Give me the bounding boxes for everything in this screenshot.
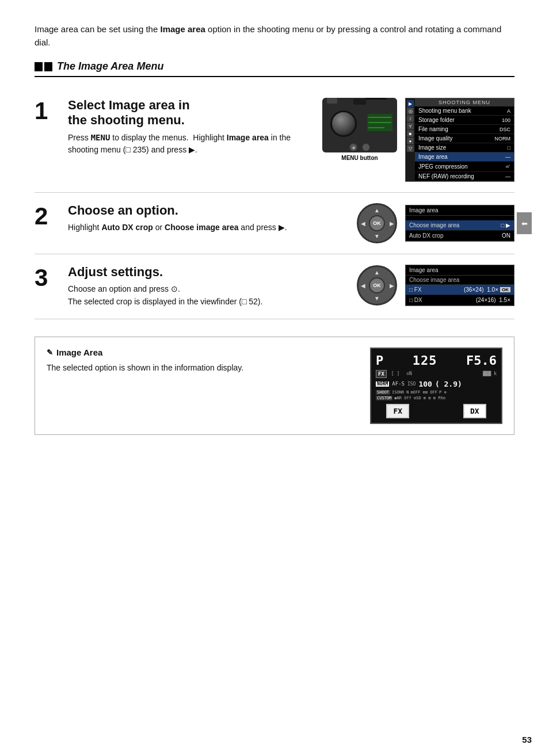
info-dots: ⊙N xyxy=(406,371,412,376)
step-3-body: Choose an option and press ⊙. The select… xyxy=(68,283,325,308)
info-top-row: P 125 F5.6 xyxy=(376,353,497,368)
menu-screen-title: SHOOTING MENU xyxy=(415,98,514,106)
arrow-up-3: ▲ xyxy=(374,269,380,276)
step-2-images: ▲ ▼ ◀ ▶ OK Image area Choose image area … xyxy=(336,203,514,243)
ok-inner-button: OK xyxy=(369,215,385,231)
info-iso-value: 100 xyxy=(418,380,432,388)
menu-icon-5: ● xyxy=(407,138,414,144)
imgarea-spacer xyxy=(406,216,514,220)
camera-image-col: ⊙ MENU button xyxy=(322,98,397,161)
info-battery: ▓▓▓ k xyxy=(483,371,497,376)
arrow-down-3: ▼ xyxy=(374,295,380,301)
step-3: 3 Adjust settings. Choose an option and … xyxy=(35,254,514,319)
imgarea-screen-step3: Image area Choose image area □ FX (36×24… xyxy=(405,265,514,306)
arrow-up: ▲ xyxy=(374,207,380,213)
menu-icon-3: Y xyxy=(407,123,414,129)
imgarea-choose-row: Choose image area □ ▶ xyxy=(406,220,514,231)
info-row4: SHOOT ISONR N ⊞OFF ⊞⊞ OFF P ⊗ CUSTOM ◉NR… xyxy=(376,390,497,400)
step-2-title: Choose an option. xyxy=(68,203,325,218)
info-iso-nb: ISONR N xyxy=(392,390,409,395)
step-1-body: Press MENU to display the menus. Highlig… xyxy=(68,132,311,156)
info-exposure-bracket: ( 2.9) xyxy=(435,380,462,388)
note-box: ✎ Image Area The selected option is show… xyxy=(35,337,514,435)
imgarea-auto-row: Auto DX crop ON xyxy=(406,231,514,241)
step-1-title: Select Image area inthe shooting menu. xyxy=(68,98,311,128)
section-heading: The Image Area Menu xyxy=(35,60,514,77)
info-shutter: 125 xyxy=(413,353,437,368)
info-p-codes: P ⊗ xyxy=(439,390,447,395)
intro-text: Image area can be set using the Image ar… xyxy=(35,23,514,49)
info-iso-label: ISO xyxy=(407,381,415,387)
shooting-menu-screen: ▶ ◎ / Y ■ ● ▽ SHOOTING MENU Shooting men… xyxy=(405,98,514,182)
info-shoot-badge: SHOOT xyxy=(376,390,390,395)
info-bottom-row: FX DX xyxy=(376,404,497,418)
info-af-label: AF-S xyxy=(392,381,405,387)
info-bracketing: ⊞OFF ⊞⊞ OFF xyxy=(411,390,437,395)
step-3-number: 3 xyxy=(35,266,56,290)
step-1: 1 Select Image area inthe shooting menu.… xyxy=(35,87,514,193)
step-3-title: Adjust settings. xyxy=(68,265,325,280)
note-body: The selected option is shown in the info… xyxy=(47,362,359,375)
page-number: 53 xyxy=(522,735,532,744)
menu-icon-4: ■ xyxy=(407,130,414,137)
step-1-number: 1 xyxy=(35,99,56,123)
right-tab-step2: ⬅ xyxy=(517,212,532,234)
menu-button-caption: MENU button xyxy=(341,155,378,161)
info-fx-badge-small: FX xyxy=(376,370,387,378)
info-row3: NORM AF-S ISO 100 ( 2.9) xyxy=(376,380,497,388)
menu-row-0: Shooting menu bank A xyxy=(415,106,514,116)
menu-row-6: JPEG compression ㎥ xyxy=(415,162,514,172)
ok-button-step3: ▲ ▼ ◀ ▶ OK xyxy=(357,265,397,306)
menu-row-4: Image size □ xyxy=(415,143,514,152)
arrow-right-3: ▶ xyxy=(390,282,394,289)
menu-rows: SHOOTING MENU Shooting menu bank A Stora… xyxy=(415,98,514,181)
arrow-right: ▶ xyxy=(390,220,394,227)
menu-icon-active: ▶ xyxy=(407,100,414,107)
info-mode-p: P xyxy=(376,353,383,368)
arrow-left: ◀ xyxy=(361,220,365,227)
step-2-content: Choose an option. Highlight Auto DX crop… xyxy=(68,203,325,234)
step-2: 2 Choose an option. Highlight Auto DX cr… xyxy=(35,193,514,254)
menu-icon-6: ▽ xyxy=(407,145,414,152)
note-icon: ✎ xyxy=(47,348,53,357)
imgarea-dx-row: □ DX (24×16) 1.5× xyxy=(406,295,514,306)
ok-circle-step3: ▲ ▼ ◀ ▶ OK xyxy=(357,265,397,306)
info-dx-badge-large: DX xyxy=(463,404,486,418)
info-display: P 125 F5.6 FX [ ] ⊙N ▓▓▓ k NORM AF-S ISO… xyxy=(370,348,502,424)
arrow-down: ▼ xyxy=(374,233,380,239)
menu-row-7: NEF (RAW) recording — xyxy=(415,172,514,181)
step-1-images: ⊙ MENU button ▶ ◎ / Y ■ ● ▽ xyxy=(322,98,514,182)
info-row2: FX [ ] ⊙N ▓▓▓ k xyxy=(376,370,497,378)
step-2-number: 2 xyxy=(35,204,56,228)
arrow-left-3: ◀ xyxy=(361,282,365,289)
step-1-content: Select Image area inthe shooting menu. P… xyxy=(68,98,311,156)
info-row4b: CUSTOM ◉NR Off ⊟SD ⊞ ⊞ ⊞ PX⊟ xyxy=(376,396,497,400)
menu-row-3: Image quality NORM xyxy=(415,134,514,143)
info-custom-badge: CUSTOM xyxy=(376,396,392,400)
imgarea-title-step3: Image area xyxy=(406,265,514,276)
info-row4a: SHOOT ISONR N ⊞OFF ⊞⊞ OFF P ⊗ xyxy=(376,390,497,395)
menu-row-1: Storage folder 100 xyxy=(415,116,514,125)
note-left: ✎ Image Area The selected option is show… xyxy=(47,348,359,375)
heading-icon xyxy=(35,62,52,71)
ok-circle: ▲ ▼ ◀ ▶ OK xyxy=(357,203,397,243)
info-aperture: F5.6 xyxy=(466,353,497,368)
ok-button-step2: ▲ ▼ ◀ ▶ OK xyxy=(357,203,397,243)
step-2-body: Highlight Auto DX crop or Choose image a… xyxy=(68,222,325,234)
imgarea-title-step2: Image area xyxy=(406,205,514,216)
info-bracket: [ ] xyxy=(391,371,399,376)
menu-sidebar-icons: ▶ ◎ / Y ■ ● ▽ xyxy=(406,98,415,181)
ok-inner-step3: OK xyxy=(369,277,385,293)
menu-row-5-highlighted: Image area — xyxy=(415,152,514,162)
section-title: The Image Area Menu xyxy=(57,60,163,72)
info-norm-badge: NORM xyxy=(376,381,389,387)
imgarea-screen-step2: Image area Choose image area □ ▶ Auto DX… xyxy=(405,205,514,242)
menu-icon-1: ◎ xyxy=(407,108,414,114)
imgarea-subtitle-step3: Choose image area xyxy=(406,276,514,285)
info-fx-badge-large: FX xyxy=(386,404,409,418)
info-nr-off: ◉NR Off ⊟SD ⊞ ⊞ ⊞ PX⊟ xyxy=(394,396,445,400)
menu-row-2: File naming DSC xyxy=(415,125,514,134)
step-3-content: Adjust settings. Choose an option and pr… xyxy=(68,265,325,308)
camera-screen xyxy=(367,114,392,131)
ok-badge: OK xyxy=(500,287,510,292)
